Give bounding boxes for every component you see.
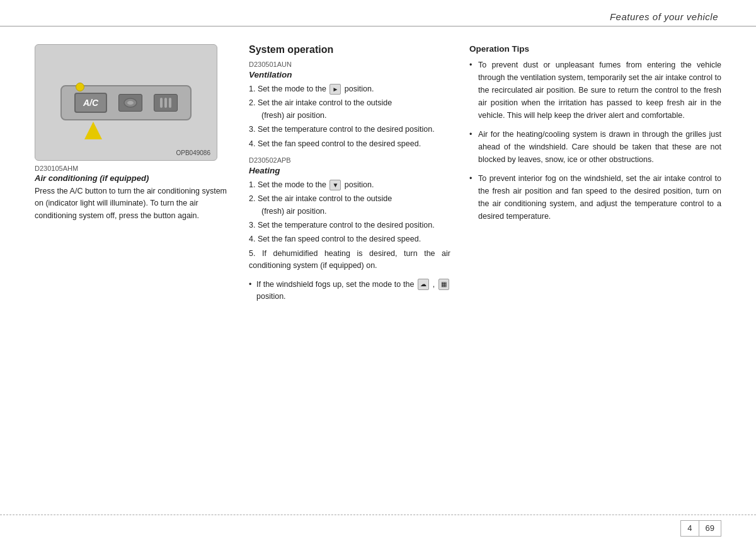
ac-panel-illustration: A/C — [60, 85, 192, 120]
caption-body: Press the A/C button to turn the air con… — [35, 187, 227, 220]
right-column: Operation Tips To prevent dust or unplea… — [469, 44, 721, 308]
grid-bar — [164, 98, 167, 108]
defog-icon2: ▦ — [438, 279, 449, 290]
bullet-item: If the windshield fogs up, set the mode … — [249, 279, 450, 303]
content-area: A/C OPB0 — [0, 26, 756, 320]
step-item: 5. If dehumidified heating is desired, t… — [249, 248, 450, 272]
page-num-left: 4 — [681, 522, 698, 534]
defog-icon1: ☁ — [418, 279, 429, 290]
vehicle-image: A/C OPB0 — [35, 44, 217, 161]
tip-item: Air for the heating/cooling system is dr… — [469, 128, 721, 166]
vent-mode-icon: ► — [329, 84, 341, 95]
step-text: 1. Set the mode to the ▼ position. — [249, 180, 374, 189]
step-item: 3. Set the temperature control to the de… — [249, 219, 450, 231]
image-caption: D230105AHM Air conditioning (if equipped… — [35, 165, 230, 222]
step-item: 1. Set the mode to the ► position. — [249, 83, 450, 95]
svg-point-1 — [127, 101, 134, 105]
step-item: 4. Set the fan speed control to the desi… — [249, 138, 450, 150]
step-text: 3. Set the temperature control to the de… — [249, 221, 435, 230]
step-item: 4. Set the fan speed control to the desi… — [249, 233, 450, 245]
system-operation-heading: System operation — [249, 44, 450, 55]
caption-ref: D230105AHM — [35, 165, 230, 172]
arrow-up-icon — [84, 122, 102, 139]
tip-item: To prevent dust or unpleasant fumes from… — [469, 59, 721, 122]
step-text: 2. Set the air intake control to the out… — [249, 98, 450, 122]
page-title: Features of your vehicle — [610, 11, 718, 22]
ventilation-heading: Ventilation — [249, 70, 450, 79]
page-header: Features of your vehicle — [0, 0, 756, 26]
heating-bullets: If the windshield fogs up, set the mode … — [249, 279, 450, 303]
step-text: 5. If dehumidified heating is desired, t… — [249, 249, 450, 270]
operation-tips-heading: Operation Tips — [469, 44, 721, 54]
left-column: A/C OPB0 — [35, 44, 230, 308]
heat-mode-icon: ▼ — [329, 180, 341, 191]
heating-steps: 1. Set the mode to the ▼ position. 2. Se… — [249, 179, 450, 272]
step-text: 1. Set the mode to the ► position. — [249, 84, 374, 93]
heating-heading: Heating — [249, 166, 450, 175]
middle-column: System operation D230501AUN Ventilation … — [249, 44, 450, 308]
opb-label: OPB049086 — [176, 149, 211, 156]
step-item: 1. Set the mode to the ▼ position. — [249, 179, 450, 191]
indicator-dot — [76, 83, 84, 91]
step-indent: (fresh) air position. — [249, 206, 450, 218]
step-text: 4. Set the fan speed control to the desi… — [249, 235, 421, 243]
ventilation-steps: 1. Set the mode to the ► position. 2. Se… — [249, 83, 450, 150]
step-item: 2. Set the air intake control to the out… — [249, 193, 450, 218]
step-text: 4. Set the fan speed control to the desi… — [249, 139, 421, 148]
operation-tips-list: To prevent dust or unpleasant fumes from… — [469, 59, 721, 223]
caption-title: Air conditioning (if equipped) — [35, 173, 230, 183]
grid-bar — [169, 98, 171, 108]
step-text: 3. Set the temperature control to the de… — [249, 125, 435, 134]
ac-button-label: A/C — [74, 93, 107, 113]
tip-item: To prevent interior fog on the windshiel… — [469, 172, 721, 223]
grid-icon — [154, 94, 178, 112]
step-indent: (fresh) air position. — [249, 110, 450, 122]
grid-bar — [160, 98, 163, 108]
page-num-right: 69 — [699, 522, 721, 534]
page-footer: 4 69 — [0, 515, 756, 541]
step-item: 3. Set the temperature control to the de… — [249, 124, 450, 136]
page-number-box: 4 69 — [680, 520, 721, 537]
section1-ref: D230501AUN — [249, 61, 450, 68]
step-item: 2. Set the air intake control to the out… — [249, 97, 450, 122]
step-text: 2. Set the air intake control to the out… — [249, 194, 450, 218]
fan-svg — [123, 96, 138, 109]
fan-icon — [118, 94, 142, 112]
section2-ref: D230502APB — [249, 156, 450, 164]
